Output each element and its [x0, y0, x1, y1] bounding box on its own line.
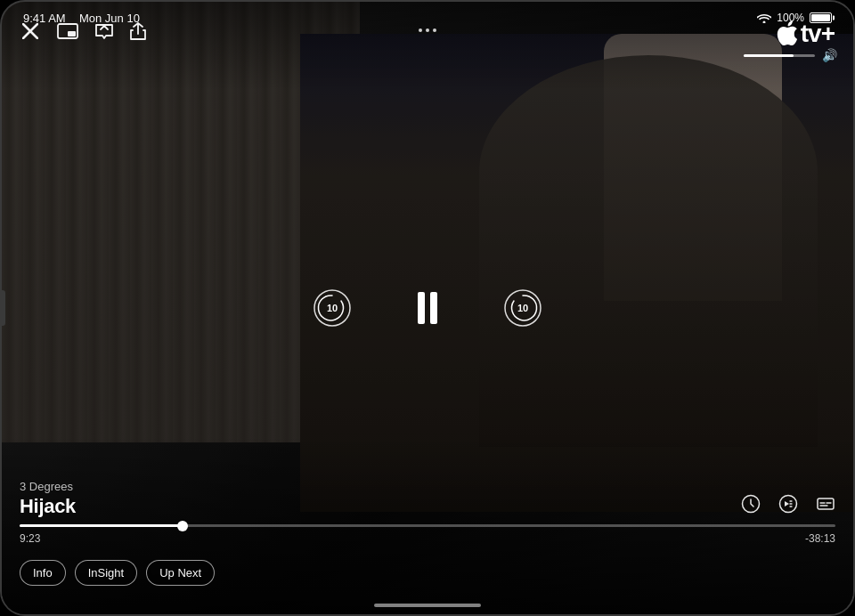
pause-bar-left	[418, 292, 425, 324]
title-section: 3 Degrees Hijack	[20, 480, 76, 518]
status-bar: 9:41 AM Mon Jun 10 100%	[2, 2, 853, 34]
volume-icon: 🔊	[822, 48, 837, 62]
progress-dot	[177, 521, 188, 531]
progress-track[interactable]	[20, 524, 835, 527]
pause-bar-right	[430, 292, 437, 324]
battery-indicator	[810, 12, 832, 23]
battery-percent: 100%	[777, 12, 804, 24]
svg-rect-11	[818, 498, 834, 509]
info-button[interactable]: Info	[20, 560, 66, 586]
progress-fill	[20, 524, 183, 527]
svg-text:10: 10	[517, 303, 528, 313]
playback-speed-button[interactable]	[741, 494, 761, 518]
volume-track	[744, 54, 815, 57]
episode-label: 3 Degrees	[20, 480, 76, 493]
time-labels: 9:23 -38:13	[20, 532, 835, 545]
show-title: Hijack	[20, 495, 76, 518]
audio-tracks-button[interactable]	[778, 494, 798, 518]
status-right: 100%	[757, 12, 832, 24]
time-elapsed: 9:23	[20, 532, 40, 545]
skip-forward-button[interactable]: 10	[503, 288, 542, 328]
subtitles-button[interactable]	[816, 494, 835, 518]
time-display: 9:41 AM	[23, 12, 66, 25]
volume-control[interactable]: 🔊	[744, 48, 837, 62]
pause-icon	[418, 292, 437, 324]
date-display: Mon Jun 10	[79, 12, 140, 25]
bottom-right-icons	[741, 494, 835, 518]
wifi-icon	[757, 12, 771, 23]
time-remaining: -38:13	[805, 532, 835, 545]
center-controls: 10 10	[313, 286, 542, 330]
pause-button[interactable]	[405, 286, 450, 330]
volume-fill	[744, 54, 794, 57]
ipad-frame: 9:41 AM Mon Jun 10 100%	[0, 0, 855, 616]
bottom-buttons: Info InSight Up Next	[20, 560, 215, 586]
player-controls: tv + 🔊 10	[2, 2, 853, 614]
skip-back-button[interactable]: 10	[313, 288, 352, 328]
side-notch	[2, 290, 5, 326]
status-time: 9:41 AM Mon Jun 10	[23, 12, 140, 25]
home-indicator[interactable]	[374, 604, 481, 607]
up-next-button[interactable]: Up Next	[146, 560, 215, 586]
svg-text:10: 10	[327, 303, 338, 313]
insight-button[interactable]: InSight	[75, 560, 137, 586]
progress-section[interactable]: 9:23 -38:13	[20, 524, 835, 545]
